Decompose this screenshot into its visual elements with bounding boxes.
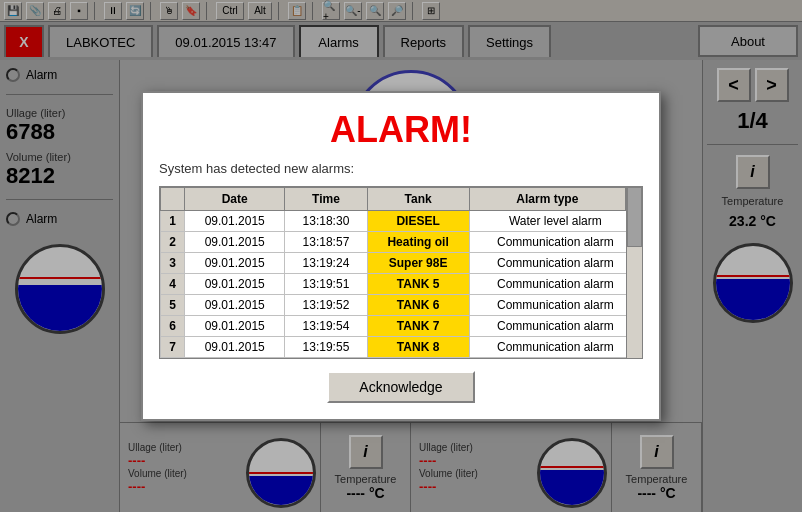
alarm-table-row: 409.01.201513:19:51TANK 5Communication a… (161, 274, 642, 295)
alarm-row-num: 4 (161, 274, 185, 295)
alarm-table-row: 709.01.201513:19:55TANK 8Communication a… (161, 337, 642, 358)
col-num (161, 188, 185, 211)
alarm-row-tank: Super 98E (367, 253, 469, 274)
alarm-row-num: 2 (161, 232, 185, 253)
alarm-row-type: Water level alarm (469, 211, 641, 232)
alarm-row-type: Communication alarm (469, 316, 641, 337)
alarm-scrollbar-thumb[interactable] (627, 187, 642, 247)
alarm-row-tank: TANK 6 (367, 295, 469, 316)
alarm-row-type: Communication alarm (469, 337, 641, 358)
alarm-table-header: Date Time Tank Alarm type (161, 188, 642, 211)
alarm-subtitle: System has detected new alarms: (159, 161, 643, 176)
alarm-row-date: 09.01.2015 (185, 232, 285, 253)
alarm-row-num: 7 (161, 337, 185, 358)
alarm-row-type: Communication alarm (469, 274, 641, 295)
alarm-row-time: 13:19:51 (285, 274, 367, 295)
col-tank: Tank (367, 188, 469, 211)
alarm-row-num: 1 (161, 211, 185, 232)
alarm-row-type: Communication alarm (469, 295, 641, 316)
alarm-row-date: 09.01.2015 (185, 211, 285, 232)
alarm-row-time: 13:19:54 (285, 316, 367, 337)
alarm-table-body: 109.01.201513:18:30DIESELWater level ala… (161, 211, 642, 358)
alarm-table-row: 309.01.201513:19:24Super 98ECommunicatio… (161, 253, 642, 274)
alarm-table-row: 509.01.201513:19:52TANK 6Communication a… (161, 295, 642, 316)
alarm-table-row: 109.01.201513:18:30DIESELWater level ala… (161, 211, 642, 232)
alarm-table-row: 609.01.201513:19:54TANK 7Communication a… (161, 316, 642, 337)
alarm-row-time: 13:19:55 (285, 337, 367, 358)
alarm-table-row: 209.01.201513:18:57Heating oilCommunicat… (161, 232, 642, 253)
alarm-row-tank: Heating oil (367, 232, 469, 253)
col-date: Date (185, 188, 285, 211)
col-alarm-type: Alarm type (469, 188, 625, 211)
alarm-row-tank: TANK 8 (367, 337, 469, 358)
alarm-row-tank: TANK 5 (367, 274, 469, 295)
alarm-row-date: 09.01.2015 (185, 337, 285, 358)
col-time: Time (285, 188, 367, 211)
alarm-row-time: 13:18:57 (285, 232, 367, 253)
alarm-row-num: 5 (161, 295, 185, 316)
alarm-row-date: 09.01.2015 (185, 316, 285, 337)
alarm-row-time: 13:19:24 (285, 253, 367, 274)
alarm-row-num: 3 (161, 253, 185, 274)
alarm-row-date: 09.01.2015 (185, 274, 285, 295)
alarm-dialog: ALARM! System has detected new alarms: D… (141, 91, 661, 421)
alarm-row-date: 09.01.2015 (185, 253, 285, 274)
alarm-overlay: ALARM! System has detected new alarms: D… (0, 0, 802, 512)
alarm-table: Date Time Tank Alarm type 109.01.201513:… (160, 187, 642, 358)
alarm-row-tank: DIESEL (367, 211, 469, 232)
alarm-row-tank: TANK 7 (367, 316, 469, 337)
alarm-row-time: 13:18:30 (285, 211, 367, 232)
alarm-row-num: 6 (161, 316, 185, 337)
alarm-row-date: 09.01.2015 (185, 295, 285, 316)
alarm-row-time: 13:19:52 (285, 295, 367, 316)
alarm-scrollbar[interactable] (626, 187, 642, 358)
acknowledge-button[interactable]: Acknowledge (327, 371, 474, 403)
alarm-row-type: Communication alarm (469, 253, 641, 274)
alarm-table-wrapper: Date Time Tank Alarm type 109.01.201513:… (159, 186, 643, 359)
alarm-row-type: Communication alarm (469, 232, 641, 253)
alarm-title: ALARM! (159, 109, 643, 151)
